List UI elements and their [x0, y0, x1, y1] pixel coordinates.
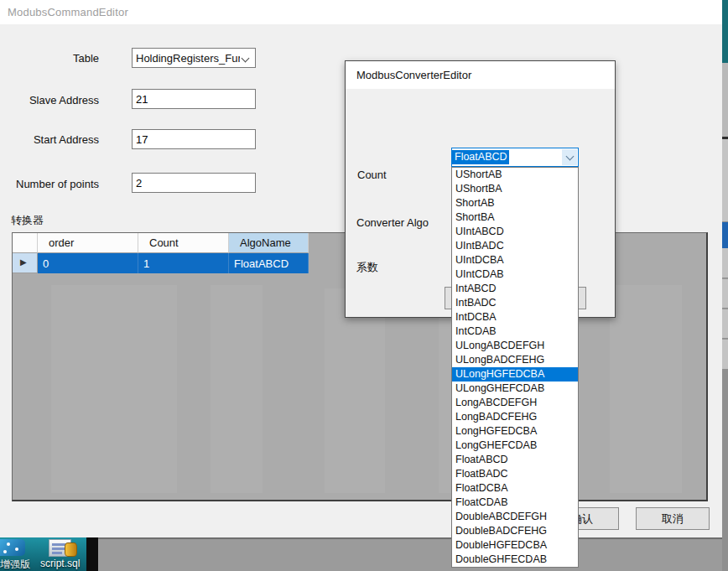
- dropdown-item[interactable]: ULongGHEFCDAB: [452, 382, 578, 396]
- dropdown-item[interactable]: FloatBADC: [452, 467, 578, 481]
- right-strip-blue: [722, 222, 728, 248]
- sql-cylinder-icon: [65, 542, 77, 557]
- combo-dropdown-button[interactable]: [562, 149, 577, 165]
- dropdown-item[interactable]: DoubleHGFEDCBA: [452, 538, 578, 553]
- desktop-background: 增强版 script.sql: [0, 537, 86, 571]
- dropdown-item[interactable]: UShortBA: [452, 182, 578, 196]
- dropdown-item[interactable]: UIntBADC: [452, 239, 578, 253]
- dropdown-item[interactable]: IntBADC: [452, 296, 578, 310]
- main-titlebar[interactable]: ModubsCommandEditor: [0, 0, 722, 24]
- right-strip-gray6: [722, 340, 728, 369]
- chevron-down-icon: [565, 152, 574, 160]
- cancel-button[interactable]: 取消: [636, 507, 710, 530]
- grid-cell-count[interactable]: 1: [138, 253, 229, 273]
- icon-dot: [15, 548, 18, 551]
- app-shortcut-icon[interactable]: [0, 539, 25, 556]
- number-of-points-label: Number of points: [7, 178, 99, 190]
- row-selector-arrow-icon: ▶: [20, 257, 27, 267]
- dropdown-item[interactable]: FloatABCD: [452, 453, 578, 467]
- dropdown-item[interactable]: LongGHEFCDAB: [452, 439, 578, 453]
- dropdown-item[interactable]: UShortAB: [452, 168, 578, 182]
- dropdown-item[interactable]: DoubleBADCFEHG: [452, 524, 578, 538]
- desktop-icon-label[interactable]: script.sql: [40, 558, 80, 569]
- right-strip-gray3: [722, 248, 728, 278]
- cancel-button-label: 取消: [662, 511, 684, 527]
- grid-corner-header: [13, 233, 38, 253]
- ghost-artifact: [211, 285, 263, 493]
- chevron-down-icon: [242, 55, 250, 63]
- desktop-icon-label[interactable]: 增强版: [0, 558, 30, 571]
- dropdown-item[interactable]: UIntABCD: [452, 225, 578, 239]
- dialog-title: ModbusConverterEditor: [356, 69, 471, 81]
- dropdown-item[interactable]: FloatDCBA: [452, 481, 578, 496]
- table-select[interactable]: HoldingRegisters_Fun: [132, 48, 256, 68]
- dialog-titlebar[interactable]: ModbusConverterEditor: [346, 61, 615, 89]
- converter-algo-label: Converter Algo: [356, 216, 429, 229]
- grid-cell-algoname[interactable]: FloatABCD: [229, 253, 309, 273]
- dropdown-item[interactable]: ShortAB: [452, 196, 578, 210]
- dropdown-item[interactable]: ULongABCDEFGH: [452, 339, 578, 353]
- dropdown-item[interactable]: UIntCDAB: [452, 267, 578, 282]
- algo-dropdown-list[interactable]: UShortABUShortBAShortABShortBAUIntABCDUI…: [451, 167, 579, 568]
- dropdown-item[interactable]: FloatCDAB: [452, 496, 578, 510]
- desktop-area: 增强版 script.sql: [0, 537, 98, 571]
- slave-address-label: Slave Address: [7, 94, 99, 106]
- dropdown-item[interactable]: IntDCBA: [452, 310, 578, 324]
- dropdown-item[interactable]: IntCDAB: [452, 324, 578, 339]
- right-strip-teal: [722, 0, 728, 63]
- converter-grid-label: 转换器: [11, 213, 44, 228]
- start-address-input[interactable]: [132, 129, 256, 149]
- dropdown-item[interactable]: UIntDCBA: [452, 253, 578, 267]
- right-strip-gray5: [722, 309, 728, 339]
- grid-cell-order[interactable]: 0: [38, 253, 138, 273]
- converter-algo-selected-value: FloatABCD: [452, 150, 509, 164]
- icon-dot: [3, 550, 7, 553]
- count-label: Count: [357, 169, 387, 181]
- icon-dot: [7, 542, 10, 546]
- grid-header-algoname[interactable]: AlgoName: [229, 233, 309, 253]
- grid-row-header[interactable]: ▶: [13, 253, 38, 273]
- table-label: Table: [7, 52, 99, 65]
- coefficient-label: 系数: [356, 260, 378, 275]
- window-title: ModubsCommandEditor: [8, 6, 128, 18]
- dropdown-item[interactable]: IntABCD: [452, 282, 578, 296]
- grid-header-count[interactable]: Count: [138, 233, 229, 253]
- dropdown-item[interactable]: LongBADCFEHG: [452, 410, 578, 424]
- grid-header-order[interactable]: order: [38, 233, 138, 253]
- dropdown-item[interactable]: ULongHGFEDCBA: [452, 367, 578, 382]
- dropdown-item[interactable]: LongABCDEFGH: [452, 396, 578, 410]
- right-strip-gray2: [722, 139, 728, 222]
- ghost-artifact: [51, 285, 177, 493]
- doc-line: [52, 552, 62, 554]
- start-address-label: Start Address: [7, 133, 99, 146]
- converter-algo-select[interactable]: FloatABCD: [451, 148, 579, 167]
- dropdown-item[interactable]: ShortBA: [452, 210, 578, 225]
- dropdown-item[interactable]: LongHGFEDCBA: [452, 424, 578, 439]
- slave-address-input[interactable]: [132, 89, 256, 109]
- right-strip-gray4: [722, 279, 728, 309]
- ghost-artifact: [325, 288, 385, 493]
- number-of-points-input[interactable]: [132, 173, 256, 193]
- table-select-value: HoldingRegisters_Fun: [136, 52, 240, 65]
- ghost-artifact: [610, 285, 682, 493]
- dropdown-item[interactable]: ULongBADCFEHG: [452, 353, 578, 367]
- right-strip-gray1: [722, 63, 728, 137]
- dropdown-item[interactable]: DoubleGHFECDAB: [452, 553, 578, 567]
- dropdown-item[interactable]: DoubleABCDEFGH: [452, 510, 578, 524]
- right-strip-dim: [722, 369, 728, 571]
- screen: ModubsCommandEditor Table HoldingRegiste…: [0, 0, 728, 571]
